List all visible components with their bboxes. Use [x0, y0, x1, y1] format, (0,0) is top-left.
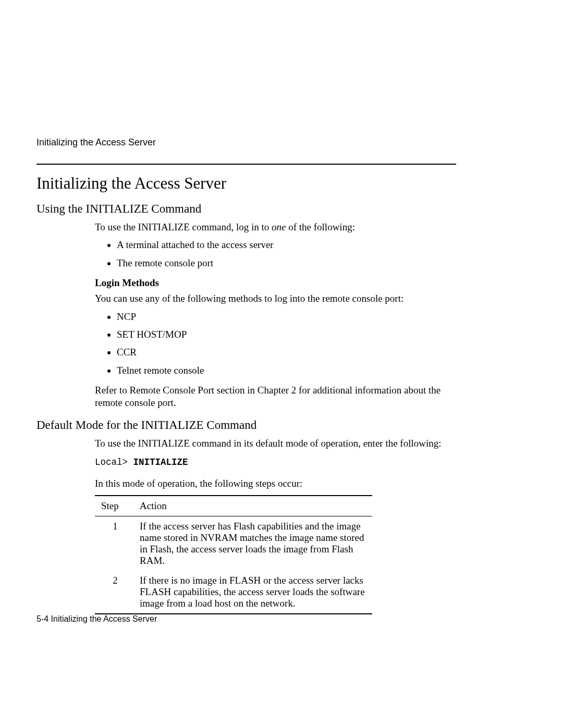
- content-area: Initializing the Access Server Initializ…: [36, 137, 456, 614]
- list-item: Telnet remote console: [117, 364, 456, 377]
- col-header-action: Action: [140, 496, 372, 516]
- sub1-ref: Refer to Remote Console Port section in …: [95, 384, 456, 410]
- sub1-intro-em: one: [272, 221, 286, 232]
- table-row: 1 If the access server has Flash capabil…: [95, 516, 372, 571]
- list-item: NCP: [117, 311, 456, 323]
- steps-table: Step Action 1 If the access server has F…: [95, 495, 372, 614]
- top-rule: [36, 164, 456, 165]
- sub1-intro-b: of the following:: [286, 221, 354, 232]
- command-line: Local> INITIALIZE: [95, 456, 456, 468]
- command-text: INITIALIZE: [133, 457, 188, 467]
- list-item: SET HOST/MOP: [117, 328, 456, 341]
- section-title: Initializing the Access Server: [36, 174, 456, 193]
- sub1-intro: To use the INITIALIZE command, log in to…: [95, 221, 456, 233]
- sub2-body: To use the INITIALIZE command in its def…: [95, 437, 456, 490]
- cell-action: If the access server has Flash capabilit…: [140, 516, 372, 571]
- sub1-bullets-a: A terminal attached to the access server…: [95, 239, 456, 269]
- sub2-intro: To use the INITIALIZE command in its def…: [95, 437, 456, 450]
- table-row: 2 If there is no image in FLASH or the a…: [95, 571, 372, 614]
- sub1-intro-a: To use the INITIALIZE command, log in to: [95, 221, 272, 232]
- sub1-body: To use the INITIALIZE command, log in to…: [95, 221, 456, 409]
- sub2-after-cmd: In this mode of operation, the following…: [95, 477, 456, 490]
- running-head: Initializing the Access Server: [36, 137, 456, 148]
- cell-step: 1: [95, 516, 140, 571]
- col-header-step: Step: [95, 496, 140, 516]
- subheading-default-mode: Default Mode for the INITIALIZE Command: [36, 418, 456, 432]
- login-methods-label: Login Methods: [95, 277, 456, 289]
- page-footer: 5-4 Initializing the Access Server: [36, 614, 157, 624]
- table-header-row: Step Action: [95, 496, 372, 516]
- cell-action: If there is no image in FLASH or the acc…: [140, 571, 372, 614]
- list-item: CCR: [117, 346, 456, 359]
- cell-step: 2: [95, 571, 140, 614]
- list-item: The remote console port: [117, 257, 456, 269]
- page: Initializing the Access Server Initializ…: [0, 0, 563, 728]
- sub1-bullets-b: NCP SET HOST/MOP CCR Telnet remote conso…: [95, 311, 456, 377]
- command-prompt: Local>: [95, 457, 133, 467]
- subheading-using-initialize: Using the INITIALIZE Command: [36, 202, 456, 216]
- login-methods-text: You can use any of the following methods…: [95, 292, 456, 305]
- list-item: A terminal attached to the access server: [117, 239, 456, 251]
